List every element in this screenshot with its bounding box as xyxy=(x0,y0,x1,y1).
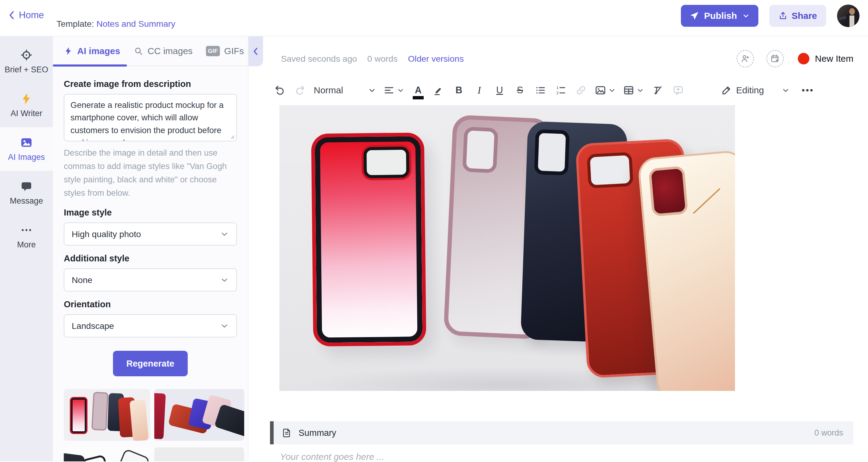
sidebar-item-more[interactable]: More xyxy=(0,214,53,258)
prompt-label: Create image from description xyxy=(64,79,237,89)
generated-image[interactable] xyxy=(279,105,735,391)
phone-case-red-gradient xyxy=(311,133,426,347)
chevron-down-icon xyxy=(397,86,405,94)
chevron-down-icon xyxy=(608,86,616,94)
bullet-list-button[interactable] xyxy=(534,84,547,97)
ai-images-panel: AI images CC images GIF GIFs Create imag… xyxy=(53,36,248,461)
calendar-add-icon xyxy=(770,54,780,64)
ai-image-thumbnail-1[interactable] xyxy=(64,389,150,441)
paragraph-style-select[interactable]: Normal xyxy=(314,85,376,95)
italic-button[interactable]: I xyxy=(472,85,486,96)
undo-button[interactable] xyxy=(273,84,286,97)
editor-toolbar: Normal A B I U S 12 xyxy=(273,80,854,101)
status-dot xyxy=(798,53,809,64)
target-icon xyxy=(20,49,33,61)
collapse-panel-button[interactable] xyxy=(248,36,263,66)
clear-formatting-button[interactable] xyxy=(651,84,664,97)
editing-mode-select[interactable]: Editing ••• xyxy=(721,85,814,96)
prompt-input[interactable]: Generate a realistic product mockup for … xyxy=(64,94,237,141)
home-label: Home xyxy=(19,10,44,21)
sidebar-item-label: AI Writer xyxy=(11,109,42,118)
add-collaborator-button[interactable] xyxy=(737,50,754,67)
chevron-left-icon xyxy=(252,47,259,56)
status-badge: New Item xyxy=(815,54,854,64)
chevron-down-icon xyxy=(742,12,750,20)
orientation-label: Orientation xyxy=(64,299,237,310)
avatar[interactable] xyxy=(837,5,860,27)
ai-image-thumbnail-4[interactable] xyxy=(154,447,244,461)
redo-button[interactable] xyxy=(293,84,307,97)
sidebar-item-message[interactable]: Message xyxy=(0,171,53,214)
send-icon xyxy=(689,11,699,21)
lightning-icon xyxy=(64,47,73,56)
share-button[interactable]: Share xyxy=(769,5,826,27)
gif-icon: GIF xyxy=(206,46,220,56)
comment-add-icon xyxy=(673,85,684,96)
resize-handle-icon[interactable] xyxy=(229,134,235,140)
thumbnail-grid xyxy=(64,389,237,461)
summary-section-header[interactable]: Summary 0 words xyxy=(270,421,854,444)
editor-area: Saved seconds ago 0 words Older versions… xyxy=(248,36,868,461)
breadcrumb: Template: Notes and Summary xyxy=(57,19,175,29)
image-outline-icon xyxy=(595,85,606,96)
image-style-select[interactable]: High quality photo xyxy=(64,223,237,246)
sidebar-item-label: Brief + SEO xyxy=(5,65,48,75)
strikethrough-button[interactable]: S xyxy=(513,85,527,96)
chevron-down-icon xyxy=(636,86,644,94)
insert-table-select[interactable] xyxy=(623,85,644,96)
summary-word-count: 0 words xyxy=(814,428,843,438)
search-icon xyxy=(134,46,143,56)
more-options-button[interactable]: ••• xyxy=(802,85,814,95)
add-comment-button[interactable] xyxy=(672,84,685,97)
pencil-icon xyxy=(721,85,732,96)
chevron-down-icon xyxy=(220,229,229,239)
case-detail-line xyxy=(693,188,720,214)
underline-button[interactable]: U xyxy=(493,85,506,96)
older-versions-link[interactable]: Older versions xyxy=(408,54,464,64)
top-bar: Home Template: Notes and Summary Publish… xyxy=(0,0,868,36)
ai-image-thumbnail-3[interactable] xyxy=(64,447,150,461)
template-link[interactable]: Notes and Summary xyxy=(96,19,175,29)
additional-style-select[interactable]: None xyxy=(64,268,237,291)
additional-style-label: Additional style xyxy=(64,254,237,263)
bullet-list-icon xyxy=(534,85,546,96)
orientation-select[interactable]: Landscape xyxy=(64,314,237,337)
sidebar-item-label: More xyxy=(17,240,36,250)
insert-image-select[interactable] xyxy=(595,85,616,96)
summary-title: Summary xyxy=(299,428,336,438)
document-icon xyxy=(282,428,292,438)
chevron-down-icon xyxy=(220,276,229,285)
share-icon xyxy=(778,11,787,20)
prompt-helper-text: Describe the image in detail and then us… xyxy=(64,146,237,200)
ai-image-thumbnail-2[interactable] xyxy=(154,389,244,441)
align-icon xyxy=(383,85,395,96)
tab-gifs[interactable]: GIF GIFs xyxy=(199,36,248,66)
bold-button[interactable]: B xyxy=(452,85,466,96)
text-color-button[interactable]: A xyxy=(411,85,425,96)
tab-cc-images[interactable]: CC images xyxy=(127,36,199,66)
table-icon xyxy=(623,85,634,96)
sidebar-item-brief-seo[interactable]: Brief + SEO xyxy=(0,39,53,83)
regenerate-button[interactable]: Regenerate xyxy=(113,351,188,376)
ellipsis-icon xyxy=(20,224,33,236)
ordered-list-button[interactable]: 12 xyxy=(554,84,567,97)
sidebar-item-label: AI Images xyxy=(8,152,45,162)
sidebar-item-label: Message xyxy=(10,196,43,206)
image-icon xyxy=(20,136,33,149)
chevron-down-icon xyxy=(220,321,229,330)
tab-ai-images[interactable]: AI images xyxy=(53,36,127,66)
highlight-button[interactable] xyxy=(432,84,445,97)
svg-text:2: 2 xyxy=(556,91,559,95)
clear-format-icon xyxy=(652,85,663,96)
word-count: 0 words xyxy=(367,54,398,64)
saved-status: Saved seconds ago xyxy=(281,54,357,64)
schedule-button[interactable] xyxy=(766,50,784,67)
sidebar-item-ai-writer[interactable]: AI Writer xyxy=(0,83,53,127)
align-select[interactable] xyxy=(383,85,405,96)
home-link[interactable]: Home xyxy=(8,10,44,21)
content-placeholder[interactable]: Your content goes here ... xyxy=(280,452,868,462)
link-button[interactable] xyxy=(574,84,588,97)
chevron-down-icon xyxy=(781,86,790,94)
sidebar-item-ai-images[interactable]: AI Images xyxy=(0,127,53,171)
publish-button[interactable]: Publish xyxy=(681,5,758,27)
